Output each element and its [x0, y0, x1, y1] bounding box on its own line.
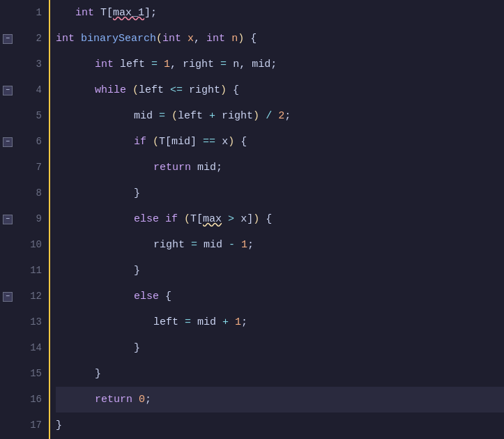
- line-number-4[interactable]: − 4: [0, 77, 49, 103]
- fold-icon-6[interactable]: −: [3, 137, 13, 147]
- code-line-1: int T[max_1];: [56, 0, 504, 26]
- code-line-15: }: [56, 361, 504, 387]
- code-editor: 1 − 2 3 − 4 5 − 6 7 8: [0, 0, 504, 439]
- fold-icon-4[interactable]: −: [3, 86, 13, 95]
- code-line-3: int left = 1, right = n, mid;: [56, 52, 504, 77]
- line-number-16: 16: [0, 387, 49, 413]
- line-number-8: 8: [0, 180, 49, 206]
- line-number-17: 17: [0, 413, 49, 438]
- fold-icon-9[interactable]: −: [3, 215, 13, 224]
- code-line-8: }: [56, 180, 504, 206]
- line-number-9[interactable]: − 9: [0, 206, 49, 232]
- code-content: int T[max_1]; int binarySearch(int x, in…: [50, 0, 504, 439]
- line-number-10: 10: [0, 232, 49, 258]
- code-line-5: mid = (left + right) / 2;: [56, 103, 504, 129]
- code-line-17: }: [56, 413, 504, 438]
- code-line-11: }: [56, 258, 504, 284]
- line-number-11: 11: [0, 258, 49, 284]
- line-number-1: 1: [0, 0, 49, 26]
- line-number-3: 3: [0, 52, 49, 77]
- code-line-12: else {: [56, 284, 504, 309]
- fold-icon-2[interactable]: −: [3, 34, 13, 44]
- code-line-7: return mid;: [56, 155, 504, 180]
- line-number-2[interactable]: − 2: [0, 26, 49, 52]
- line-number-gutter: 1 − 2 3 − 4 5 − 6 7 8: [0, 0, 50, 439]
- line-number-5: 5: [0, 103, 49, 129]
- code-line-10: right = mid - 1;: [56, 232, 504, 258]
- code-line-6: if (T[mid] == x) {: [56, 129, 504, 155]
- line-number-15: 15: [0, 361, 49, 387]
- code-line-2: int binarySearch(int x, int n) {: [56, 26, 504, 52]
- code-line-16: return 0;: [56, 387, 504, 413]
- line-number-13: 13: [0, 309, 49, 335]
- code-line-4: while (left <= right) {: [56, 77, 504, 103]
- line-number-6[interactable]: − 6: [0, 129, 49, 155]
- fold-icon-12[interactable]: −: [3, 292, 13, 302]
- code-line-9: else if (T[max > x]) {: [56, 206, 504, 232]
- line-number-12[interactable]: − 12: [0, 284, 49, 309]
- code-line-13: left = mid + 1;: [56, 309, 504, 335]
- line-number-14: 14: [0, 335, 49, 361]
- line-number-7: 7: [0, 155, 49, 180]
- code-line-14: }: [56, 335, 504, 361]
